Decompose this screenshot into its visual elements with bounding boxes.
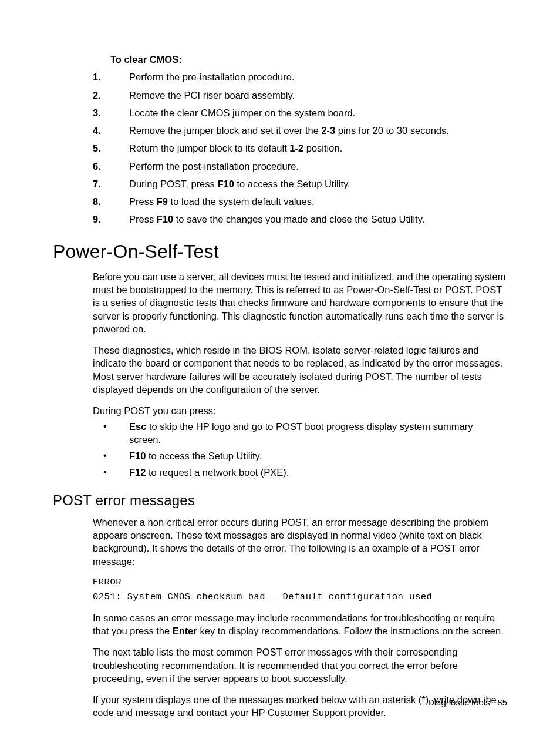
key-name: F10 — [129, 451, 146, 461]
post-paragraph-2: These diagnostics, which reside in the B… — [53, 344, 507, 396]
page-footer: Diagnostic tools 85 — [428, 697, 507, 708]
list-item: 5.Return the jumper block to its default… — [53, 142, 507, 154]
error-code-line-2: 0251: System CMOS checksum bad – Default… — [53, 591, 507, 603]
list-item: F12 to request a network boot (PXE). — [53, 466, 507, 479]
step-text: Press F10 to save the changes you made a… — [129, 214, 424, 224]
key-desc: to request a network boot (PXE). — [146, 467, 289, 478]
post-paragraph-1: Before you can use a server, all devices… — [53, 270, 507, 335]
errors-paragraph-1: Whenever a non-critical error occurs dur… — [53, 516, 507, 568]
list-item: 9.Press F10 to save the changes you made… — [53, 213, 507, 226]
list-item: 2.Remove the PCI riser board assembly. — [53, 89, 507, 102]
list-item: 8.Press F9 to load the system default va… — [53, 195, 507, 208]
post-paragraph-3: During POST you can press: — [53, 404, 507, 417]
key-desc: to skip the HP logo and go to POST boot … — [129, 421, 473, 445]
cmos-steps-list: 1.Perform the pre-installation procedure… — [53, 70, 507, 226]
list-item: 6.Perform the post-installation procedur… — [53, 160, 507, 173]
step-number: 3. — [93, 106, 110, 119]
step-text: Perform the post-installation procedure. — [129, 161, 299, 172]
step-text: Locate the clear CMOS jumper on the syst… — [129, 107, 355, 118]
cmos-heading: To clear CMOS: — [110, 53, 507, 66]
list-item: 3.Locate the clear CMOS jumper on the sy… — [53, 106, 507, 119]
list-item: 7.During POST, press F10 to access the S… — [53, 177, 507, 190]
step-text: Return the jumper block to its default 1… — [129, 143, 342, 153]
document-page: To clear CMOS: 1.Perform the pre-install… — [0, 0, 560, 746]
errors-paragraph-2: In some cases an error message may inclu… — [53, 611, 507, 638]
key-desc: to access the Setup Utility. — [146, 451, 262, 461]
step-number: 4. — [93, 124, 110, 137]
step-text: Perform the pre-installation procedure. — [129, 72, 295, 82]
step-number: 9. — [93, 213, 110, 226]
list-item: 1.Perform the pre-installation procedure… — [53, 70, 507, 83]
step-number: 2. — [93, 89, 110, 102]
footer-section: Diagnostic tools — [428, 697, 490, 707]
step-number: 8. — [93, 195, 110, 208]
error-code-line-1: ERROR — [53, 576, 507, 589]
step-text: Press F9 to load the system default valu… — [129, 196, 315, 207]
step-text: During POST, press F10 to access the Set… — [129, 179, 350, 189]
footer-page-number: 85 — [497, 697, 507, 707]
list-item: F10 to access the Setup Utility. — [53, 449, 507, 462]
step-text: Remove the jumper block and set it over … — [129, 125, 449, 136]
key-name: F12 — [129, 467, 146, 478]
section-title-post: Power-On-Self-Test — [53, 239, 507, 264]
list-item: Esc to skip the HP logo and go to POST b… — [53, 420, 507, 446]
step-number: 7. — [93, 177, 110, 190]
step-number: 6. — [93, 160, 110, 173]
key-name: Esc — [129, 421, 146, 432]
subsection-title-errors: POST error messages — [53, 491, 507, 510]
step-number: 5. — [93, 142, 110, 154]
errors-paragraph-3: The next table lists the most common POS… — [53, 646, 507, 685]
post-keys-list: Esc to skip the HP logo and go to POST b… — [53, 420, 507, 479]
step-text: Remove the PCI riser board assembly. — [129, 90, 295, 100]
step-number: 1. — [93, 70, 110, 83]
list-item: 4.Remove the jumper block and set it ove… — [53, 124, 507, 137]
